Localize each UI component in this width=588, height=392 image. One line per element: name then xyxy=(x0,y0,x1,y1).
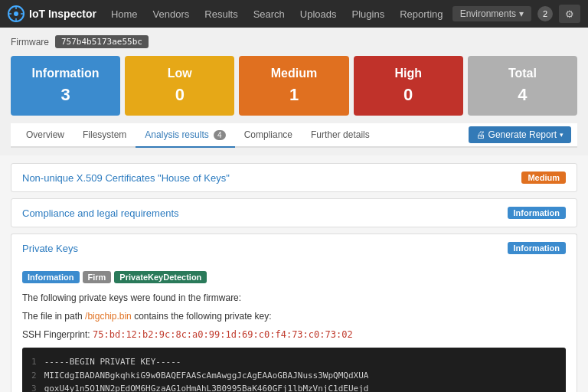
stat-low-label: Low xyxy=(168,67,192,80)
main-area: Firmware 757b4b5173ae55bc Information 3 … xyxy=(0,28,588,155)
stat-info-label: Information xyxy=(32,67,100,80)
finding-row-3[interactable]: Private Keys Information xyxy=(11,234,577,262)
content-area: Non-unique X.509 Certificates "House of … xyxy=(0,155,588,392)
stat-card-high[interactable]: High 0 xyxy=(354,56,463,116)
ssh-fingerprint: 75:bd:12:b2:9c:8c:a0:99:1d:69:c0:f4:73:c… xyxy=(93,329,353,340)
private-key-code: 1-----BEGIN PRIVATE KEY----- 2MIICdgIBAD… xyxy=(22,348,566,392)
settings-button[interactable]: ⚙ xyxy=(559,5,580,23)
tab-filesystem[interactable]: Filesystem xyxy=(74,123,136,148)
tab-overview[interactable]: Overview xyxy=(17,123,74,148)
firmware-row: Firmware 757b4b5173ae55bc xyxy=(11,35,577,48)
severity-badge-3: Information xyxy=(508,242,567,254)
firmware-hash: 757b4b5173ae55bc xyxy=(55,35,149,48)
ssh-fingerprint-row: SSH Fingerprint: 75:bd:12:b2:9c:8c:a0:99… xyxy=(22,328,566,341)
severity-badge-2: Information xyxy=(508,207,567,219)
brand[interactable]: IoT Inspector xyxy=(8,5,96,22)
stat-card-info[interactable]: Information 3 xyxy=(11,56,120,116)
generate-report-button[interactable]: 🖨 Generate Report ▾ xyxy=(469,126,571,143)
svg-point-1 xyxy=(14,11,18,16)
stat-total-label: Total xyxy=(508,67,537,80)
stat-info-value: 3 xyxy=(60,85,70,105)
nav-home[interactable]: Home xyxy=(104,0,145,28)
stat-low-value: 0 xyxy=(175,85,185,105)
file-path-text: The file in path /bigchip.bin contains t… xyxy=(22,309,566,323)
nav-search[interactable]: Search xyxy=(247,0,292,28)
nav-items: Home Vendors Results Search Uploads Plug… xyxy=(104,0,452,28)
code-line-2: 2MIICdgIBADANBgkqhkiG9w0BAQEFAAScAmAwggJ… xyxy=(31,369,557,383)
tabs-row: Overview Filesystem Analysis results 4 C… xyxy=(11,123,577,148)
nav-uploads[interactable]: Uploads xyxy=(293,0,344,28)
nav-vendors[interactable]: Vendors xyxy=(146,0,197,28)
code-line-3: 3goxU4y1n5O1NN2pEdOM6HGzaAG1oHmAhL3B0995… xyxy=(31,382,557,392)
code-line-1: 1-----BEGIN PRIVATE KEY----- xyxy=(31,355,557,369)
tag-information: Information xyxy=(22,271,80,283)
user-badge[interactable]: 2 xyxy=(537,6,553,21)
nav-results[interactable]: Results xyxy=(198,0,244,28)
generate-caret-icon: ▾ xyxy=(560,131,564,139)
navbar: IoT Inspector Home Vendors Results Searc… xyxy=(0,0,588,28)
tab-compliance[interactable]: Compliance xyxy=(235,123,302,148)
stat-card-medium[interactable]: Medium 1 xyxy=(239,56,348,116)
env-dropdown[interactable]: Environments ▾ xyxy=(452,6,531,21)
tag-private-key: PrivateKeyDetection xyxy=(114,271,207,283)
stat-medium-value: 1 xyxy=(289,85,299,105)
tag-firm: Firm xyxy=(83,271,112,283)
report-icon: 🖨 xyxy=(476,129,485,140)
stat-high-value: 0 xyxy=(403,85,413,105)
stat-medium-label: Medium xyxy=(271,67,317,80)
stat-card-total[interactable]: Total 4 xyxy=(468,56,577,116)
firmware-label: Firmware xyxy=(11,37,49,47)
file-link[interactable]: /bigchip.bin xyxy=(85,311,132,322)
finding-row-2[interactable]: Compliance and legal requirements Inform… xyxy=(11,198,577,227)
finding-title-2: Compliance and legal requirements xyxy=(22,207,179,219)
intro-text: The following private keys were found in… xyxy=(22,291,566,305)
finding-title-3: Private Keys xyxy=(22,243,78,254)
finding-title-1: Non-unique X.509 Certificates "House of … xyxy=(22,172,230,184)
tag-row: Information Firm PrivateKeyDetection xyxy=(22,271,566,283)
tab-further[interactable]: Further details xyxy=(302,123,379,148)
nav-reporting[interactable]: Reporting xyxy=(393,0,449,28)
stat-high-label: High xyxy=(394,67,422,80)
stat-cards: Information 3 Low 0 Medium 1 High 0 Tota… xyxy=(11,56,577,116)
logo-icon xyxy=(8,5,24,22)
nav-plugins[interactable]: Plugins xyxy=(345,0,392,28)
finding-row-1[interactable]: Non-unique X.509 Certificates "House of … xyxy=(11,163,577,192)
nav-right: Environments ▾ 2 ⚙ xyxy=(452,5,580,23)
tab-analysis[interactable]: Analysis results 4 xyxy=(136,123,234,148)
tab-analysis-badge: 4 xyxy=(214,130,226,140)
expanded-section: Information Firm PrivateKeyDetection The… xyxy=(11,262,577,392)
stat-card-low[interactable]: Low 0 xyxy=(125,56,234,116)
severity-badge-1: Medium xyxy=(521,172,566,184)
stat-total-value: 4 xyxy=(518,85,527,105)
